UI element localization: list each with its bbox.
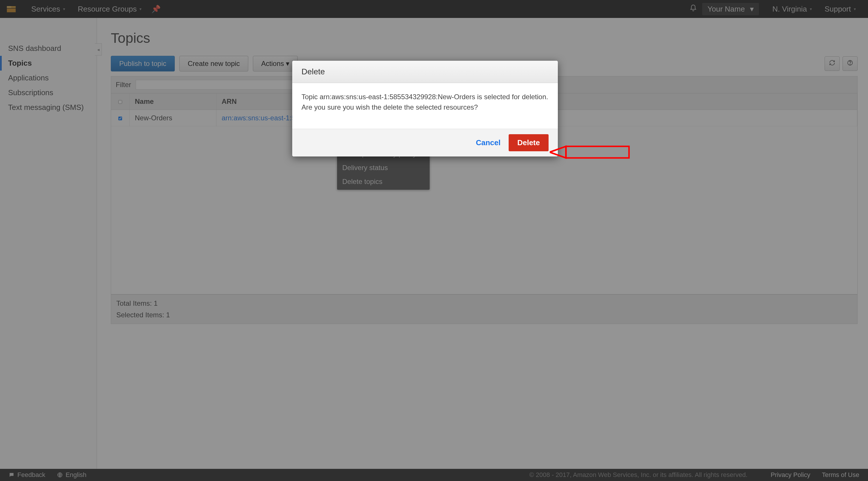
cancel-button[interactable]: Cancel — [476, 138, 500, 147]
annotation-arrow-icon — [550, 145, 631, 162]
modal-title: Delete — [292, 61, 558, 83]
svg-rect-5 — [566, 146, 629, 158]
modal-footer: Cancel Delete — [292, 129, 558, 157]
delete-confirm-modal: Delete Topic arn:aws:sns:us-east-1:58553… — [292, 61, 558, 157]
modal-body-text: Topic arn:aws:sns:us-east-1:585534329928… — [292, 83, 558, 129]
delete-button[interactable]: Delete — [509, 134, 549, 151]
